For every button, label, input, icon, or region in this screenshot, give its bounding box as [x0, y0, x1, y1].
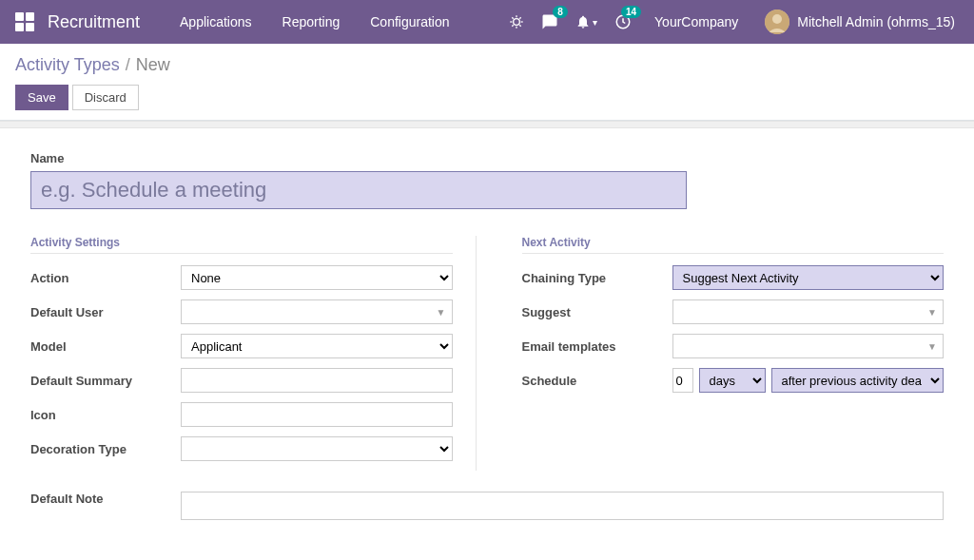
label-icon: Icon	[30, 408, 181, 422]
apps-icon[interactable]	[15, 12, 34, 31]
label-default-note: Default Note	[30, 492, 181, 520]
field-icon: Icon	[30, 402, 453, 427]
button-row: Save Discard	[15, 85, 959, 110]
field-default-user: Default User ▼	[30, 299, 453, 324]
field-schedule: Schedule days after previous activity de…	[522, 368, 945, 393]
email-templates-input[interactable]: ▼	[672, 334, 945, 358]
chaining-type-select[interactable]: Suggest Next Activity	[672, 265, 945, 290]
breadcrumb-sep: /	[126, 55, 130, 75]
navbar-left: Recruitment Applications Reporting Confi…	[15, 12, 463, 32]
nav-applications[interactable]: Applications	[166, 14, 265, 29]
next-activity-group: Next Activity Chaining Type Suggest Next…	[507, 236, 945, 402]
label-chaining-type: Chaining Type	[522, 271, 672, 285]
user-name: Mitchell Admin (ohrms_15)	[797, 14, 955, 29]
name-input[interactable]	[30, 171, 687, 209]
label-decoration-type: Decoration Type	[30, 442, 181, 456]
company-switcher[interactable]: YourCompany	[649, 14, 744, 29]
label-action: Action	[30, 271, 181, 285]
chevron-down-icon: ▼	[927, 341, 937, 352]
svg-line-8	[519, 17, 520, 18]
activity-settings-title: Activity Settings	[30, 236, 453, 254]
model-select[interactable]: Applicant	[181, 334, 453, 358]
schedule-count-input[interactable]	[672, 368, 693, 393]
form-groups: Activity Settings Action None Default Us…	[30, 236, 944, 471]
breadcrumb-current: New	[136, 55, 170, 75]
discard-button[interactable]: Discard	[72, 85, 139, 110]
next-activity-title: Next Activity	[522, 236, 945, 254]
svg-point-11	[772, 14, 782, 24]
navbar-right: 8 ▾ 14 YourCompany Mitchell Admin (ohrms…	[509, 10, 959, 34]
field-email-templates: Email templates ▼	[522, 334, 945, 358]
decoration-type-select[interactable]	[181, 436, 453, 461]
title-section: Name	[30, 151, 944, 209]
label-default-summary: Default Summary	[30, 374, 181, 388]
svg-line-5	[512, 17, 513, 18]
field-action: Action None	[30, 265, 453, 290]
field-chaining-type: Chaining Type Suggest Next Activity	[522, 265, 945, 290]
notifications-icon[interactable]: ▾	[575, 14, 597, 29]
nav-configuration[interactable]: Configuration	[357, 14, 462, 29]
app-brand[interactable]: Recruitment	[48, 12, 140, 32]
label-model: Model	[30, 339, 181, 354]
schedule-basis-select[interactable]: after previous activity deadline	[771, 368, 945, 393]
icon-input[interactable]	[181, 402, 453, 427]
label-email-templates: Email templates	[522, 339, 672, 354]
debug-icon[interactable]	[509, 14, 524, 29]
action-select[interactable]: None	[181, 265, 453, 290]
form-view: Name Activity Settings Action None Defau…	[0, 128, 974, 539]
field-model: Model Applicant	[30, 334, 453, 358]
activities-badge: 14	[621, 6, 641, 18]
control-panel: Activity Types / New Save Discard	[0, 44, 974, 121]
nav-reporting[interactable]: Reporting	[269, 14, 354, 29]
default-user-input[interactable]: ▼	[181, 299, 453, 324]
name-label: Name	[30, 151, 944, 165]
chevron-down-icon: ▾	[593, 17, 597, 28]
breadcrumb: Activity Types / New	[15, 55, 959, 75]
label-suggest: Suggest	[522, 305, 672, 319]
avatar	[765, 10, 789, 34]
chevron-down-icon: ▼	[437, 307, 446, 318]
suggest-input[interactable]: ▼	[672, 299, 945, 324]
activities-icon[interactable]: 14	[614, 13, 632, 30]
field-decoration-type: Decoration Type	[30, 436, 453, 461]
field-default-summary: Default Summary	[30, 368, 453, 393]
messages-badge: 8	[553, 6, 568, 18]
default-note-editor[interactable]	[181, 492, 944, 520]
save-button[interactable]: Save	[15, 85, 68, 110]
breadcrumb-parent[interactable]: Activity Types	[15, 55, 120, 75]
default-summary-input[interactable]	[181, 368, 453, 393]
schedule-unit-select[interactable]: days	[699, 368, 766, 393]
chevron-down-icon: ▼	[927, 307, 937, 318]
svg-point-0	[514, 19, 520, 26]
activity-settings-group: Activity Settings Action None Default Us…	[30, 236, 477, 471]
separator	[0, 121, 974, 128]
messages-icon[interactable]: 8	[541, 13, 558, 30]
field-suggest: Suggest ▼	[522, 299, 945, 324]
svg-line-6	[519, 25, 520, 26]
top-navbar: Recruitment Applications Reporting Confi…	[0, 0, 974, 44]
label-schedule: Schedule	[522, 374, 672, 388]
form-sheet: Name Activity Settings Action None Defau…	[0, 128, 974, 539]
default-note-group: Default Note	[30, 492, 944, 520]
user-menu[interactable]: Mitchell Admin (ohrms_15)	[761, 10, 959, 34]
label-default-user: Default User	[30, 305, 181, 319]
svg-line-7	[512, 25, 513, 26]
